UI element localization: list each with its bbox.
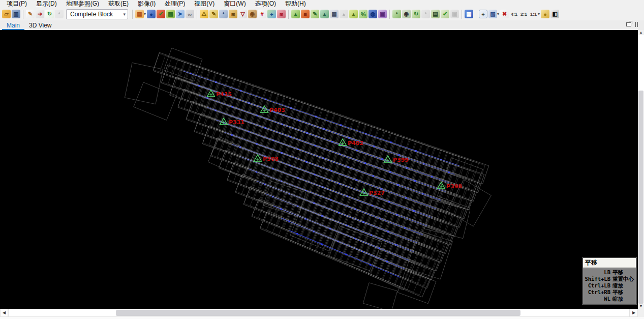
analysis-flask-icon[interactable]: ▽	[238, 10, 247, 18]
dtm-view-icon[interactable]: ▲	[320, 10, 329, 18]
pan-hint-row: LB平移	[584, 269, 635, 276]
dtm-export-icon[interactable]: ▲	[340, 10, 348, 18]
control-point-P308[interactable]: P308	[254, 155, 279, 162]
edit-image-icon[interactable]: ✎	[209, 10, 218, 18]
menu-item-9[interactable]: 帮助(H)	[281, 0, 311, 8]
control-point-P402[interactable]: P402	[339, 139, 364, 147]
toolbar-separator	[197, 10, 197, 19]
contrast-icon[interactable]: ◧	[550, 10, 559, 18]
edit-project-icon[interactable]: ✎	[26, 10, 35, 18]
zoom-2-1-button[interactable]: 2:1	[520, 12, 527, 17]
toolbar: ▱▥✎➔↻*Complete Block▾▦▾●✔▩➤∞⚠✎*◙▽◉#+◙▲■✎…	[0, 8, 644, 20]
dtm-generate-icon[interactable]: ▲	[291, 10, 300, 18]
vertical-scrollbar[interactable]: ▲ ▼	[638, 30, 644, 309]
zoom-region-icon[interactable]: ▧	[488, 10, 497, 18]
bottom-margin	[0, 317, 644, 319]
pan-hint-row: Ctrl+LB缩放	[584, 282, 635, 289]
process-gears-icon[interactable]: *	[219, 10, 228, 18]
control-point-label: P402	[348, 140, 363, 147]
stereo-view-icon[interactable]: ◉	[248, 10, 257, 18]
link-images-icon[interactable]: ∞	[186, 10, 194, 18]
image-refresh-icon[interactable]: ↻	[412, 10, 420, 18]
horizontal-scrollbar-track[interactable]	[8, 309, 630, 317]
scroll-down-icon[interactable]: ▼	[638, 304, 644, 309]
transfer-project-icon[interactable]: ➔	[36, 10, 44, 18]
dtm-edit-icon[interactable]: ✎	[311, 10, 319, 18]
float-window-icon[interactable]	[626, 22, 631, 26]
menu-item-8[interactable]: 选项(O)	[251, 0, 281, 8]
hint-keys: Shift+LB	[584, 276, 610, 282]
control-point-label: P308	[263, 156, 279, 162]
menu-item-6[interactable]: 视图(V)	[190, 0, 219, 8]
chevron-down-icon[interactable]: ▾	[497, 12, 499, 16]
control-point-P331[interactable]: P331	[220, 118, 245, 126]
pan-hint-row: Ctrl+RB平移	[584, 289, 635, 296]
open-project-icon[interactable]: ▱	[2, 10, 11, 18]
pushpin-icon[interactable]: +	[267, 10, 276, 18]
chevron-down-icon[interactable]: ▾	[538, 12, 540, 16]
hand-tool-disabled-icon[interactable]: ▣	[450, 10, 459, 18]
block-mosaic-icon[interactable]: ▦	[135, 10, 144, 18]
control-point-label: P331	[229, 119, 244, 126]
control-point-label: P327	[369, 190, 385, 196]
image-check-icon[interactable]: ✔	[441, 10, 449, 18]
settings-icon[interactable]: *	[55, 10, 64, 18]
scroll-right-icon[interactable]: ▶	[630, 309, 638, 317]
zoom-4-1-button[interactable]: 4:1	[511, 12, 517, 17]
block-selector-dropdown[interactable]: Complete Block▾	[66, 9, 128, 19]
pan-hand-icon[interactable]: +	[479, 10, 487, 18]
snapshot-camera-icon[interactable]: ◙	[277, 10, 286, 18]
hint-action: 缩放	[610, 282, 623, 289]
hint-action: 平移	[610, 289, 623, 296]
aerial-block-wireframe: P415P403P331P402P308P399P327P398	[0, 30, 638, 309]
chevron-down-icon[interactable]: ▾	[144, 12, 146, 16]
scroll-left-icon[interactable]: ◀	[0, 309, 8, 317]
add-point-icon[interactable]: ⚠	[200, 10, 208, 18]
grid-select-icon[interactable]: #	[258, 10, 266, 18]
image-view-icon[interactable]: ▩	[166, 10, 175, 18]
save-project-icon[interactable]: ▥	[12, 10, 20, 18]
image-process-icon[interactable]: *	[421, 10, 430, 18]
tab-3d-view[interactable]: 3D View	[24, 21, 56, 30]
menu-item-0[interactable]: 项目(P)	[2, 0, 32, 8]
menu-item-5[interactable]: 处理(P)	[160, 0, 190, 8]
measure-tool-icon[interactable]: ➤	[176, 10, 185, 18]
menu-item-1[interactable]: 显示(D)	[32, 0, 62, 8]
camera-edit-icon[interactable]: ◙	[229, 10, 237, 18]
control-point-P415[interactable]: P415	[207, 90, 232, 98]
menu-item-2[interactable]: 地理参照(G)	[62, 0, 104, 8]
hint-keys: WL	[584, 296, 610, 302]
chevron-down-icon: ▾	[123, 12, 126, 17]
adjustment-ok-icon[interactable]: ✔	[157, 10, 165, 18]
dtm-cube-icon[interactable]: ■	[301, 10, 310, 18]
menu-item-4[interactable]: 影像(I)	[133, 0, 160, 8]
radiometry-icon[interactable]: ●	[541, 10, 549, 18]
hint-action: 缩放	[610, 296, 623, 302]
block-view-canvas[interactable]: P415P403P331P402P308P399P327P398 平移 LB平移…	[0, 30, 638, 309]
horizontal-scrollbar[interactable]: ◀ ▶	[0, 309, 644, 317]
control-point-P398[interactable]: P398	[438, 182, 463, 190]
image-eye-icon[interactable]: ◉	[402, 10, 411, 18]
seamline-icon[interactable]: %	[359, 10, 367, 18]
orthophoto-icon[interactable]: ▲	[349, 10, 358, 18]
control-point-label: P399	[393, 157, 409, 163]
point-sphere-icon[interactable]: ●	[147, 10, 156, 18]
zoom-1-1-button[interactable]: 1:1	[530, 12, 537, 17]
zoom-fit-icon[interactable]: ✖	[500, 10, 509, 18]
dtm-grid-icon[interactable]: ▦	[330, 10, 339, 18]
thumbnail-icon[interactable]: ▤	[431, 10, 440, 18]
tile-windows-icon[interactable]: ▦	[465, 10, 473, 18]
menu-item-7[interactable]: 窗口(W)	[219, 0, 250, 8]
control-point-P403[interactable]: P403	[261, 106, 286, 113]
horizontal-scrollbar-thumb[interactable]	[116, 310, 520, 316]
vertical-scrollbar-thumb[interactable]	[638, 91, 643, 304]
control-point-label: P415	[216, 91, 232, 98]
update-project-icon[interactable]: ↻	[45, 10, 54, 18]
project-globe-icon[interactable]: ◍	[369, 10, 377, 18]
scroll-up-icon[interactable]: ▲	[638, 30, 644, 35]
image-info-icon[interactable]: ▣	[378, 10, 387, 18]
image-settings-icon[interactable]: *	[392, 10, 401, 18]
menu-item-3[interactable]: 获取(E)	[104, 0, 133, 8]
overflow-menu-icon[interactable]	[635, 22, 638, 27]
tab-main[interactable]: Main	[2, 21, 24, 30]
